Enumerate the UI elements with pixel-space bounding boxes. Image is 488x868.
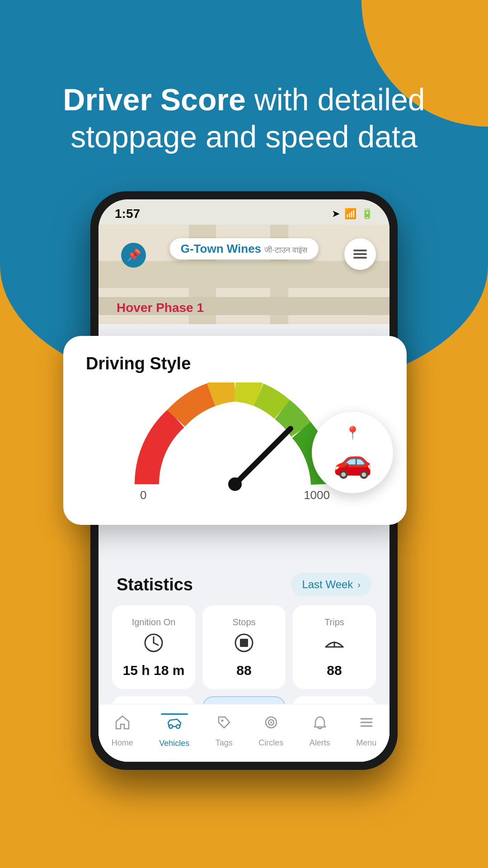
- nav-item-menu[interactable]: Menu: [356, 714, 376, 748]
- home-nav-icon: [114, 714, 131, 735]
- stat-ignition-label: Ignition On: [132, 616, 176, 628]
- driving-style-title: Driving Style: [86, 354, 384, 373]
- nav-item-vehicles[interactable]: Vehicles: [159, 713, 189, 748]
- circles-nav-icon: [263, 714, 279, 735]
- nav-tags-label: Tags: [216, 738, 233, 748]
- map-pin-icon: 📌: [121, 243, 146, 268]
- svg-point-24: [176, 725, 180, 728]
- nav-vehicles-label: Vehicles: [159, 739, 189, 748]
- map-road-label: Hover Phase 1: [117, 301, 204, 315]
- stat-stops-value: 88: [236, 663, 251, 678]
- status-bar: 1:57 ➤ 📶 🔋: [99, 199, 389, 225]
- bottom-nav: Home Vehicles Tags: [99, 704, 389, 762]
- stat-stops-label: Stops: [232, 616, 255, 628]
- stats-title: Statistics: [117, 575, 193, 594]
- svg-line-0: [235, 429, 291, 484]
- gauge-max: 1000: [304, 488, 330, 502]
- stat-stops-icon: [234, 632, 254, 658]
- gauge-min: 0: [140, 488, 146, 502]
- nav-item-circles[interactable]: Circles: [258, 714, 283, 748]
- stats-header: Statistics Last Week ›: [112, 559, 376, 605]
- svg-rect-9: [353, 257, 367, 259]
- car-icon: 🚗: [333, 443, 372, 480]
- stats-grid-row1: Ignition On 15 h 18 m Sto: [112, 605, 376, 689]
- map-layer-button[interactable]: [344, 238, 376, 270]
- nav-circles-label: Circles: [258, 738, 283, 748]
- nav-home-label: Home: [112, 738, 133, 748]
- stat-trips-label: Trips: [324, 616, 344, 628]
- stat-card-trips: Trips 88: [293, 605, 376, 689]
- tags-nav-icon: [216, 714, 232, 735]
- wifi-icon: 📶: [344, 208, 357, 220]
- nav-alerts-label: Alerts: [310, 738, 330, 748]
- phone-container: Driving Style: [90, 191, 398, 770]
- gauge-container: 0 1000 📍 🚗: [86, 382, 384, 502]
- map-location-sub: जी-टाउन वाइंस: [264, 245, 307, 255]
- stat-trips-icon: [324, 632, 345, 658]
- nav-item-tags[interactable]: Tags: [216, 714, 233, 748]
- car-circle: 📍 🚗: [312, 412, 393, 493]
- nav-item-alerts[interactable]: Alerts: [310, 714, 330, 748]
- alerts-nav-icon: [312, 714, 328, 735]
- menu-nav-icon: [358, 714, 375, 735]
- map-area: 📌 G-Town Wines जी-टाउन वाइंस Hover Phase…: [99, 225, 389, 324]
- stat-card-stops: Stops 88: [202, 605, 286, 689]
- car-pin-icon: 📍: [345, 425, 361, 440]
- svg-rect-14: [240, 639, 248, 647]
- driving-style-card: Driving Style: [63, 336, 407, 525]
- svg-point-1: [228, 477, 242, 491]
- battery-icon: 🔋: [361, 208, 373, 220]
- stats-period-label: Last Week: [302, 578, 353, 591]
- gauge-svg: 0 1000: [131, 382, 339, 502]
- nav-item-home[interactable]: Home: [112, 714, 133, 748]
- vehicles-nav-icon: [166, 715, 183, 735]
- nav-menu-label: Menu: [356, 738, 376, 748]
- svg-point-26: [221, 719, 223, 722]
- map-location-name: G-Town Wines: [181, 242, 261, 255]
- svg-rect-3: [99, 261, 389, 288]
- stat-card-ignition: Ignition On 15 h 18 m: [112, 605, 195, 689]
- stat-ignition-value: 15 h 18 m: [123, 663, 185, 678]
- svg-rect-7: [353, 253, 367, 255]
- status-icons: ➤ 📶 🔋: [332, 208, 373, 220]
- status-time: 1:57: [115, 207, 140, 221]
- svg-line-12: [154, 643, 158, 645]
- map-location-label: G-Town Wines जी-टाउन वाइंस: [170, 238, 319, 259]
- svg-rect-8: [353, 250, 367, 251]
- stats-period-button[interactable]: Last Week ›: [291, 573, 371, 596]
- stat-trips-value: 88: [327, 663, 342, 678]
- svg-point-23: [169, 725, 173, 728]
- chevron-right-icon: ›: [357, 580, 361, 590]
- header-text: Driver Score with detailed stoppage and …: [0, 81, 488, 155]
- svg-point-29: [270, 722, 272, 723]
- navigation-icon: ➤: [332, 208, 340, 220]
- header-title-bold: Driver Score: [63, 82, 245, 117]
- stat-ignition-icon: [143, 632, 164, 658]
